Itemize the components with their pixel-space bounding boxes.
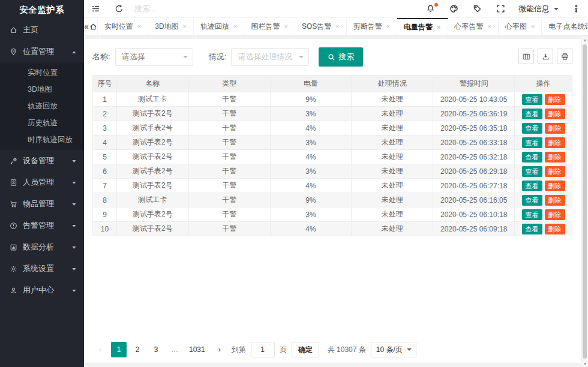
vertical-scrollbar[interactable]: ▲ ▼ xyxy=(581,36,588,367)
tab-close-icon[interactable]: × xyxy=(488,23,491,30)
scroll-up-arrow-icon[interactable]: ▲ xyxy=(581,36,588,43)
sidebar-item[interactable]: 数据分析▼ xyxy=(0,236,84,258)
confirm-jump-button[interactable]: 确定 xyxy=(292,342,319,357)
name-filter-select[interactable]: 请选择 xyxy=(115,48,193,66)
cell-time: 2020-05-25 06:09:18 xyxy=(433,222,515,236)
tabs-scroll-left-button[interactable]: « xyxy=(84,18,89,35)
sidebar-subitem[interactable]: 实时位置 xyxy=(0,64,84,81)
sidebar-item[interactable]: 主页 xyxy=(0,19,84,41)
delete-button[interactable]: 删除 xyxy=(545,94,565,105)
table-row: 5测试手表2号干警4%未处理2020-05-25 06:32:18查看删除 xyxy=(93,150,572,164)
fullscreen-button[interactable] xyxy=(489,0,512,17)
tab[interactable]: 电子点名统计图× xyxy=(542,18,588,35)
global-search-input[interactable] xyxy=(134,4,200,13)
tab[interactable]: 心率图× xyxy=(499,18,542,35)
delete-button[interactable]: 删除 xyxy=(545,209,565,220)
prev-page-button[interactable]: ‹ xyxy=(92,342,108,357)
tab[interactable]: 围栏告警× xyxy=(244,18,295,35)
delete-button[interactable]: 删除 xyxy=(545,123,565,134)
page-button[interactable]: 1 xyxy=(111,342,127,357)
page-button[interactable]: 3 xyxy=(148,342,164,357)
tag-button[interactable] xyxy=(466,0,489,17)
notifications-button[interactable] xyxy=(419,0,442,17)
home-tab[interactable] xyxy=(89,18,98,35)
tab-label: 实时位置 xyxy=(104,22,133,32)
tab-close-icon[interactable]: × xyxy=(183,23,187,30)
sidebar-item[interactable]: 物品管理▼ xyxy=(0,193,84,215)
filter-columns-button[interactable] xyxy=(518,49,534,64)
tab[interactable]: 电量告警× xyxy=(397,18,448,35)
cell-status: 未处理 xyxy=(352,207,433,222)
delete-button[interactable]: 删除 xyxy=(545,181,565,191)
more-options-button[interactable] xyxy=(565,0,588,17)
view-button[interactable]: 查看 xyxy=(522,123,542,134)
chevron-up-icon: ▲ xyxy=(71,50,77,54)
account-menu[interactable]: 微能信息 xyxy=(512,0,565,17)
delete-button[interactable]: 删除 xyxy=(545,152,565,163)
next-page-button[interactable]: › xyxy=(212,342,227,357)
sidebar-subitem[interactable]: 历史轨迹 xyxy=(0,115,84,131)
status-filter-select[interactable]: 请选择处理情况 xyxy=(231,48,309,66)
tab-close-icon[interactable]: × xyxy=(233,23,237,30)
view-button[interactable]: 查看 xyxy=(522,152,542,163)
search-button[interactable]: 搜索 xyxy=(319,47,363,67)
sidebar-item[interactable]: 设备管理▼ xyxy=(0,150,84,172)
fullscreen-icon xyxy=(496,4,505,13)
sidebar-item[interactable]: 系统设置▼ xyxy=(0,258,84,279)
tab-close-icon[interactable]: × xyxy=(531,23,535,30)
tab[interactable]: 剪断告警× xyxy=(347,18,397,35)
view-button[interactable]: 查看 xyxy=(522,109,542,119)
sidebar-subitem[interactable]: 轨迹回放 xyxy=(0,98,84,115)
menu-collapse-button[interactable] xyxy=(84,0,107,17)
sidebar-item-label: 用户中心 xyxy=(23,285,54,296)
page-size-select[interactable]: 10 条/页 xyxy=(371,342,416,357)
page-button[interactable]: 2 xyxy=(130,342,145,357)
view-button[interactable]: 查看 xyxy=(522,224,542,234)
view-button[interactable]: 查看 xyxy=(522,181,542,191)
tab[interactable]: 3D地图× xyxy=(148,18,194,35)
print-button[interactable] xyxy=(557,49,572,64)
tag-icon xyxy=(473,4,482,13)
delete-button[interactable]: 删除 xyxy=(545,137,565,148)
scrollbar-thumb[interactable] xyxy=(583,44,587,359)
view-button[interactable]: 查看 xyxy=(522,94,542,105)
tab-close-icon[interactable]: × xyxy=(386,23,390,30)
cell-time: 2020-05-25 06:36:19 xyxy=(433,107,515,121)
sidebar-subitem[interactable]: 3D地图 xyxy=(0,81,84,98)
export-button[interactable] xyxy=(538,49,553,64)
refresh-button[interactable] xyxy=(107,0,131,17)
tab-label: 轨迹回放 xyxy=(200,22,229,32)
sidebar-item[interactable]: 告警管理▼ xyxy=(0,215,84,236)
tab[interactable]: 实时位置× xyxy=(98,18,148,35)
sidebar-subitem[interactable]: 时序轨迹回放 xyxy=(0,131,84,148)
sidebar-item[interactable]: 人员管理▼ xyxy=(0,172,84,193)
table-column-header: 名称 xyxy=(116,76,188,92)
delete-button[interactable]: 删除 xyxy=(545,166,565,177)
cell-name: 测试手表2号 xyxy=(116,121,188,136)
sidebar-item[interactable]: 用户中心▼ xyxy=(0,279,84,301)
delete-button[interactable]: 删除 xyxy=(545,195,565,206)
tab[interactable]: 轨迹回放× xyxy=(194,18,244,35)
view-button[interactable]: 查看 xyxy=(522,166,542,177)
theme-button[interactable] xyxy=(442,0,466,17)
tab-close-icon[interactable]: × xyxy=(137,23,141,30)
tab[interactable]: SOS告警× xyxy=(295,18,347,35)
tab[interactable]: 心率告警× xyxy=(448,18,499,35)
delete-button[interactable]: 删除 xyxy=(545,109,565,119)
delete-button[interactable]: 删除 xyxy=(545,224,565,234)
scroll-down-arrow-icon[interactable]: ▼ xyxy=(581,360,588,367)
view-button[interactable]: 查看 xyxy=(522,195,542,206)
tab-close-icon[interactable]: × xyxy=(284,23,287,30)
view-button[interactable]: 查看 xyxy=(522,137,542,148)
page-button[interactable]: 1031 xyxy=(185,342,209,357)
view-button[interactable]: 查看 xyxy=(522,209,542,220)
tab-close-icon[interactable]: × xyxy=(335,23,339,30)
tab-close-icon[interactable]: × xyxy=(437,23,440,31)
cell-time: 2020-05-25 06:27:18 xyxy=(433,179,515,193)
alarm-table: 序号名称类型电量处理情况警报时间操作 1测试工卡干警9%未处理2020-05-2… xyxy=(92,75,572,236)
cell-type: 干警 xyxy=(188,207,270,222)
jump-page-input[interactable] xyxy=(251,342,275,357)
table-row: 1测试工卡干警9%未处理2020-05-25 10:43:05查看删除 xyxy=(93,92,572,107)
sidebar-item[interactable]: 位置管理▲ xyxy=(0,41,84,62)
cell-seq: 6 xyxy=(93,164,117,179)
